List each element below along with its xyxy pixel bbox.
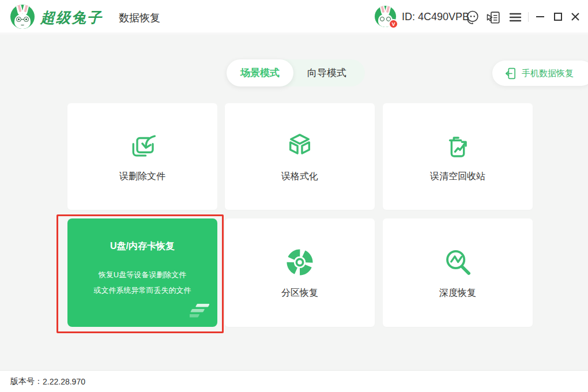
card-description: 恢复U盘等设备误删除文件 或文件系统异常而丢失的文件 [67,267,217,298]
card-label: 深度恢复 [439,287,476,299]
phone-arrow-icon [504,67,517,80]
card-label: 误格式化 [281,171,318,183]
phone-data-recovery-button[interactable]: 手机数据恢复 [492,61,588,86]
layers-icon [190,303,209,320]
vip-badge: V [389,19,398,29]
card-usb-memory-recovery[interactable]: U盘/内存卡恢复 恢复U盘等设备误删除文件 或文件系统异常而丢失的文件 [67,218,217,327]
app-name: 数据恢复 [119,11,160,25]
card-formatted[interactable]: 误格式化 [225,103,375,210]
user-id: ID: 4C490VPB [402,0,469,33]
format-cube-icon [284,130,315,161]
restore-file-icon [127,130,158,161]
card-recycle-bin[interactable]: 误清空回收站 [383,103,533,210]
footer: 版本号： 2.22.28.970 [0,370,588,392]
headset-icon[interactable] [465,10,480,25]
close-icon[interactable] [569,10,582,23]
version-label: 版本号： [10,376,43,387]
card-partition-recovery[interactable]: 分区恢复 [225,218,375,327]
titlebar: 超级兔子 数据恢复 V ID: 4C490VPB [0,0,588,33]
brand-title: 超级兔子 [40,8,103,27]
card-deleted-files[interactable]: 误删除文件 [67,103,217,210]
mode-tabs: 场景模式 向导模式 [227,59,365,86]
recycle-bin-restore-icon [442,130,473,161]
partition-icon [284,247,315,278]
card-label: 误删除文件 [119,171,165,183]
tab-scene-mode[interactable]: 场景模式 [227,59,293,86]
main-area: 场景模式 向导模式 手机数据恢复 误删除文件 误格式化 [0,34,588,370]
tab-wizard-mode[interactable]: 向导模式 [293,59,360,86]
card-label: 误清空回收站 [430,171,485,183]
feedback-icon[interactable] [486,10,501,25]
card-deep-recovery[interactable]: 深度恢复 [383,218,533,327]
user-avatar[interactable]: V [375,6,396,27]
card-label: 分区恢复 [281,287,318,299]
maximize-icon[interactable] [552,10,564,23]
version-value: 2.22.28.970 [43,377,85,386]
minimize-icon[interactable] [534,10,546,23]
menu-icon[interactable] [508,10,523,25]
phone-data-recovery-label: 手机数据恢复 [522,68,574,79]
app-logo-icon [10,5,35,29]
card-title: U盘/内存卡恢复 [67,240,217,252]
titlebar-divider [528,12,529,22]
deep-scan-icon [442,247,473,278]
